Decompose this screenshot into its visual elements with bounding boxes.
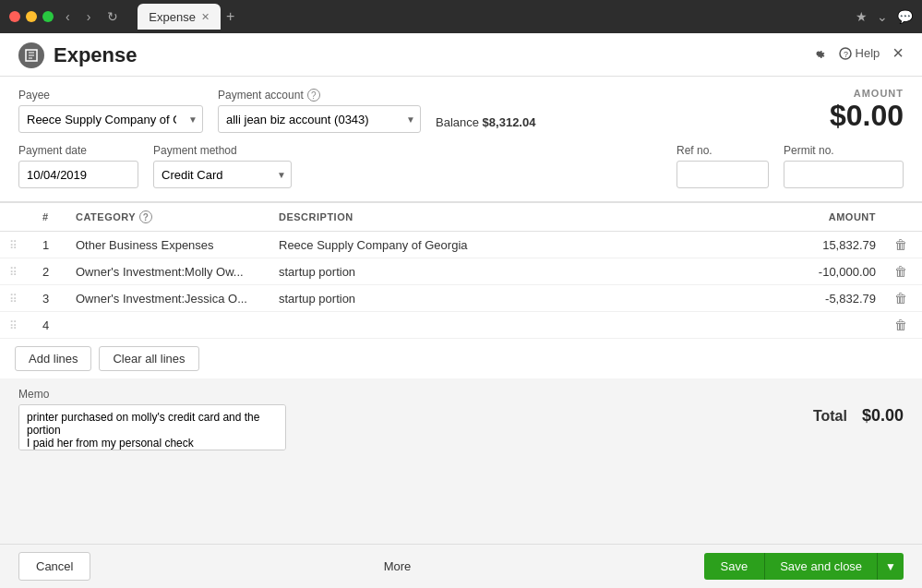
payment-account-help-icon[interactable]: ? [307, 89, 320, 102]
settings-button[interactable] [811, 46, 826, 61]
drag-handle-1[interactable]: ⠿ [9, 239, 18, 252]
close-button[interactable]: × [892, 42, 904, 64]
expense-tab[interactable]: Expense ✕ [138, 4, 221, 30]
drag-cell-2: ⠿ [0, 258, 33, 285]
description-cell-1[interactable]: Reece Supply Company of Georgia [269, 232, 793, 258]
clear-all-lines-button[interactable]: Clear all lines [99, 346, 198, 371]
category-help-icon[interactable]: ? [139, 210, 152, 223]
action-col-header [885, 203, 922, 232]
payment-account-label-row: Payment account ? [218, 89, 421, 102]
save-dropdown-arrow: ▼ [885, 560, 896, 573]
save-button[interactable]: Save [704, 553, 765, 580]
title-row: Expense [18, 42, 138, 68]
drag-cell-3: ⠿ [0, 285, 33, 312]
payee-input[interactable] [18, 105, 203, 133]
save-and-close-button[interactable]: Save and close [764, 553, 877, 580]
ref-no-input[interactable] [677, 161, 769, 188]
memo-label: Memo [18, 388, 286, 401]
num-col-header: # [33, 203, 66, 232]
close-traffic-light[interactable] [9, 11, 20, 22]
forward-button[interactable]: › [82, 7, 96, 26]
delete-row-2-button[interactable]: 🗑 [894, 264, 907, 279]
category-cell-4[interactable] [66, 312, 269, 339]
payment-date-input[interactable] [18, 161, 138, 188]
expand-icon[interactable]: ⌄ [877, 9, 888, 24]
category-cell-1[interactable]: Other Business Expenses [66, 232, 269, 258]
table-row: ⠿ 1 Other Business Expenses Reece Supply… [0, 232, 922, 258]
tab-close-button[interactable]: ✕ [201, 11, 210, 23]
line-items-table-area: # CATEGORY ? DESCRIPTION AMOUNT ⠿ 1 Othe… [0, 202, 922, 378]
delete-row-3-button[interactable]: 🗑 [894, 291, 907, 306]
payment-method-group: Payment method ▼ [153, 144, 292, 188]
payment-method-input[interactable] [153, 161, 292, 188]
delete-cell-3: 🗑 [885, 285, 922, 312]
help-label: Help [856, 46, 880, 60]
cancel-button[interactable]: Cancel [18, 552, 90, 581]
amount-value: $0.00 [830, 99, 904, 133]
title-bar-right: ★ ⌄ 💬 [856, 9, 913, 24]
payment-date-group: Payment date [18, 144, 138, 188]
drag-col-header [0, 203, 33, 232]
save-dropdown-button[interactable]: ▼ [877, 553, 904, 580]
category-col-header: CATEGORY ? [66, 203, 269, 232]
payee-label: Payee [18, 89, 203, 102]
chat-icon[interactable]: 💬 [897, 9, 913, 24]
row-num-1: 1 [33, 232, 66, 258]
new-tab-button[interactable]: + [226, 8, 234, 25]
payment-account-group: Payment account ? ▼ [218, 89, 421, 133]
total-section: Total $0.00 [813, 388, 904, 426]
header-left: Expense [18, 42, 138, 68]
description-col-header: DESCRIPTION [269, 203, 793, 232]
payment-method-label: Payment method [153, 144, 292, 157]
description-cell-4[interactable] [269, 312, 793, 339]
maximize-traffic-light[interactable] [42, 11, 54, 22]
expense-icon [18, 42, 44, 68]
amount-cell-4 [793, 312, 885, 339]
drag-cell-1: ⠿ [0, 232, 33, 258]
amount-cell-2: -10,000.00 [793, 258, 885, 285]
ref-permit-group: Ref no. Permit no. [677, 144, 904, 188]
star-icon[interactable]: ★ [856, 9, 868, 24]
back-button[interactable]: ‹ [61, 7, 75, 26]
delete-cell-2: 🗑 [885, 258, 922, 285]
balance-display: Balance $8,312.04 [436, 115, 535, 129]
ref-no-label: Ref no. [677, 144, 769, 157]
memo-textarea[interactable]: printer purchased on molly's credit card… [18, 404, 286, 450]
category-cell-2[interactable]: Owner's Investment:Molly Ow... [66, 258, 269, 285]
table-row: ⠿ 3 Owner's Investment:Jessica O... star… [0, 285, 922, 312]
header-right: ? Help × [811, 42, 904, 64]
payment-account-input[interactable] [218, 105, 421, 133]
description-cell-2[interactable]: startup portion [269, 258, 793, 285]
amount-cell-3: -5,832.79 [793, 285, 885, 312]
payment-account-select-wrap: ▼ [218, 105, 421, 133]
drag-handle-3[interactable]: ⠿ [9, 293, 18, 306]
permit-no-input[interactable] [784, 161, 904, 188]
description-cell-3[interactable]: startup portion [269, 285, 793, 312]
drag-cell-4: ⠿ [0, 312, 33, 339]
delete-row-1-button[interactable]: 🗑 [894, 237, 907, 252]
table-row: ⠿ 2 Owner's Investment:Molly Ow... start… [0, 258, 922, 285]
main-header: Expense ? Help × [0, 33, 922, 77]
amount-display: AMOUNT $0.00 [830, 88, 904, 133]
line-items-table: # CATEGORY ? DESCRIPTION AMOUNT ⠿ 1 Othe… [0, 203, 922, 339]
minimize-traffic-light[interactable] [26, 11, 37, 22]
title-bar: ‹ › ↻ Expense ✕ + ★ ⌄ 💬 [0, 0, 922, 33]
amount-label: AMOUNT [830, 88, 904, 99]
ref-no-group: Ref no. [677, 144, 769, 188]
delete-row-4-button[interactable]: 🗑 [894, 318, 907, 332]
more-button[interactable]: More [384, 559, 412, 573]
refresh-button[interactable]: ↻ [102, 7, 123, 26]
help-button[interactable]: ? Help [839, 46, 880, 60]
permit-no-label: Permit no. [784, 144, 904, 157]
drag-handle-2[interactable]: ⠿ [9, 266, 18, 279]
amount-col-header: AMOUNT [793, 203, 885, 232]
payee-select-wrap: ▼ [18, 105, 203, 133]
row-num-4: 4 [33, 312, 66, 339]
tab-bar: Expense ✕ + [138, 4, 234, 30]
footer: Cancel More Save Save and close ▼ [0, 544, 922, 588]
bottom-section: Memo printer purchased on molly's credit… [0, 378, 922, 509]
drag-handle-4[interactable]: ⠿ [9, 319, 18, 332]
add-lines-button[interactable]: Add lines [15, 346, 91, 371]
page-title: Expense [54, 43, 138, 67]
category-cell-3[interactable]: Owner's Investment:Jessica O... [66, 285, 269, 312]
